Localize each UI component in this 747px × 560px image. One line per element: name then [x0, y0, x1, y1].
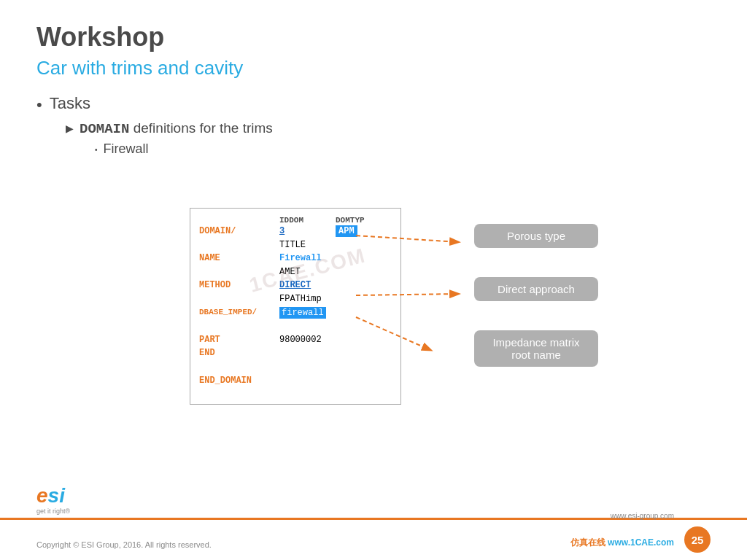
- callout-porous: Porous type: [474, 224, 598, 248]
- bullet-dot-1: •: [36, 96, 42, 114]
- website-esi: www.esi-group.com: [611, 512, 674, 520]
- esi-logo-graphic: e si: [36, 486, 65, 506]
- code-row-name: NAME Firewall: [199, 252, 392, 265]
- callout-impedance: Impedance matrix root name: [474, 330, 598, 367]
- code-row-dbase: DBASE_IMPED/ firewall: [199, 306, 392, 320]
- code-empty-2: [199, 265, 279, 279]
- col-header-iddom: IDDOM: [279, 216, 336, 225]
- code-empty-6: [199, 360, 392, 374]
- callout-direct: Direct approach: [474, 277, 598, 301]
- slide-title-sub: Car with trims and cavity: [36, 57, 711, 79]
- code-empty-4: [199, 319, 392, 333]
- 1cae-label-url: www.1CAE.com: [608, 537, 674, 548]
- website-1cae: 仿真在线 www.1CAE.com: [570, 537, 674, 549]
- code-val-direct: DIRECT: [279, 279, 392, 292]
- code-label-dbase: DBASE_IMPED/: [199, 306, 279, 320]
- bullet-arrow-2: ▶: [66, 122, 74, 134]
- bullet-domain-text: definitions for the trims: [129, 120, 272, 136]
- bullet-tasks-label: Tasks: [50, 94, 90, 113]
- page-number: 25: [684, 526, 711, 553]
- code-box: IDDOM DOMTYP DOMAIN/ 3 APM TITLE: [190, 208, 401, 405]
- esi-letter-e: e: [36, 486, 48, 506]
- code-row-part: PART 98000002: [199, 333, 392, 347]
- code-label-domain: DOMAIN/: [199, 225, 279, 238]
- bullet-domain: ▶ DOMAIN definitions for the trims: [66, 120, 711, 137]
- code-row-fpath: FPATHimp: [199, 292, 392, 306]
- col-header-domtyp: DOMTYP: [336, 216, 392, 225]
- callout-impedance-line1: Impedance matrix: [492, 336, 579, 349]
- code-label-end: END: [199, 346, 279, 360]
- code-val-amet: AMET: [279, 265, 392, 279]
- bullet-firewall-label: Firewall: [104, 141, 149, 157]
- code-val-fpath: FPATHimp: [279, 292, 392, 306]
- domain-keyword: DOMAIN: [80, 121, 129, 137]
- code-label-part: PART: [199, 333, 279, 347]
- code-label-method: METHOD: [199, 279, 279, 292]
- esi-letters-si: si: [48, 486, 65, 506]
- code-row-title: TITLE: [199, 238, 392, 252]
- bullet-dot-3: •: [95, 146, 98, 154]
- content-area: • Tasks ▶ DOMAIN definitions for the tri…: [36, 94, 711, 157]
- slide-title-main: Workshop: [36, 22, 711, 52]
- code-row-domain: DOMAIN/ 3 APM: [199, 225, 392, 238]
- code-row-end: END: [199, 346, 392, 360]
- code-row-empty: [199, 319, 392, 333]
- footer-copyright: Copyright © ESI Group, 2016. All rights …: [36, 540, 212, 549]
- code-val-firewall2: firewall: [279, 306, 392, 320]
- callout-direct-text: Direct approach: [498, 283, 575, 295]
- 1cae-label-cn: 仿真在线: [570, 537, 605, 548]
- code-row-end-domain: END_DOMAIN: [199, 374, 392, 388]
- code-label-end-domain: END_DOMAIN: [199, 374, 392, 388]
- slide: Workshop Car with trims and cavity • Tas…: [0, 0, 747, 560]
- code-val-firewall: Firewall: [279, 252, 392, 265]
- code-table: IDDOM DOMTYP DOMAIN/ 3 APM TITLE: [199, 216, 392, 387]
- code-empty-1: [199, 238, 279, 252]
- diagram-container: IDDOM DOMTYP DOMAIN/ 3 APM TITLE: [190, 208, 598, 427]
- callout-impedance-line2: root name: [511, 349, 561, 361]
- code-empty-3: [199, 292, 279, 306]
- code-label-name: NAME: [199, 252, 279, 265]
- esi-tagline: get it right®: [36, 508, 70, 515]
- code-row-amet: AMET: [199, 265, 392, 279]
- bullet-tasks: • Tasks: [36, 94, 711, 114]
- callout-porous-text: Porous type: [507, 230, 565, 242]
- bullet-firewall: • Firewall: [95, 141, 711, 157]
- code-val-3: 3: [279, 225, 336, 238]
- code-val-apm: APM: [336, 225, 392, 238]
- code-row-method: METHOD DIRECT: [199, 279, 392, 292]
- code-row-empty2: [199, 360, 392, 374]
- code-val-part: 98000002: [279, 333, 392, 347]
- esi-logo: e si get it right®: [36, 486, 70, 515]
- code-val-title: TITLE: [279, 238, 392, 252]
- code-empty-5: [279, 346, 392, 360]
